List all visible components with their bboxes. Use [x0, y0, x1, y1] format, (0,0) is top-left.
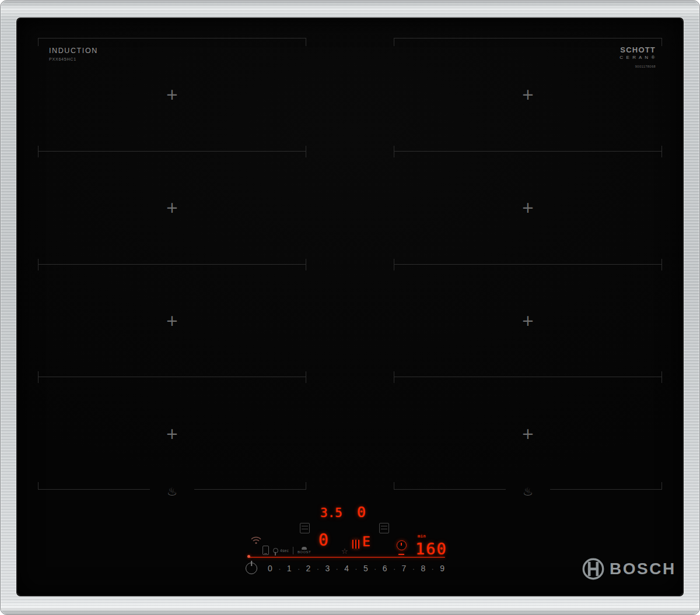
slider-level-8[interactable]: 8 [421, 564, 425, 573]
zone-corner-mark [394, 259, 394, 270]
slider-dot: · [393, 564, 396, 573]
induction-hob: INDUCTION PXX645HC1 SCHOTT C E R A N ® 9… [0, 0, 700, 615]
favourite-star-icon[interactable]: ☆ [341, 547, 348, 556]
zone-outline-segment [394, 489, 506, 490]
cooking-zone: + [394, 38, 662, 151]
slider-level-0[interactable]: 0 [268, 564, 272, 573]
lock-time-label: 4sec [280, 549, 289, 553]
cooking-zone: + [394, 377, 662, 490]
timer-dash-indicator [398, 554, 404, 555]
slider-level-7[interactable]: 7 [402, 564, 407, 573]
cooking-zone: + [38, 264, 306, 377]
timer-small-display: 3.5 [320, 507, 342, 519]
aux-function-keys: 4sec BOOST [262, 544, 311, 557]
key-lock-icon [273, 548, 278, 553]
zone-outline-segment [194, 489, 306, 490]
slider-level-1[interactable]: 1 [287, 564, 292, 573]
plus-marker: + [522, 313, 534, 328]
zone-corner-mark [662, 38, 662, 46]
zone-corner-mark [38, 371, 38, 383]
cooking-zone: + [394, 264, 662, 377]
pan-grill-icon [352, 540, 359, 549]
timer-main-display: 160 [415, 541, 447, 557]
slider-line-dot [247, 555, 250, 558]
zone-corner-mark [394, 146, 394, 157]
slider-level-6[interactable]: 6 [383, 564, 387, 573]
boost-key[interactable]: BOOST [298, 547, 311, 554]
clock-timer-icon[interactable] [397, 540, 407, 550]
zone-corner-mark [662, 146, 662, 157]
cooking-zone: + [38, 377, 306, 490]
slider-level-3[interactable]: 3 [325, 564, 330, 573]
divider [293, 547, 293, 554]
cooking-zone: + [38, 151, 306, 264]
power-button[interactable] [246, 563, 257, 574]
zone-outline-segment [38, 489, 150, 490]
timer-unit-label: min [418, 535, 426, 539]
slider-level-5[interactable]: 5 [363, 564, 368, 573]
wifi-icon [250, 535, 262, 544]
plus-marker: + [522, 426, 534, 441]
slider-dot: · [336, 564, 338, 573]
slider-dot: · [412, 564, 415, 573]
child-lock-key[interactable]: 4sec [273, 548, 289, 553]
zone-corner-mark [394, 371, 394, 383]
pan-move-indicator: E [352, 535, 370, 549]
slider-dot: · [298, 564, 300, 573]
zone-corner-mark [662, 371, 662, 383]
plus-marker: + [522, 87, 534, 102]
zone-level-display-left: 0 [318, 532, 328, 549]
steam-sensor-icon: ♨ [523, 486, 533, 497]
zone-corner-mark [306, 371, 306, 383]
remote-control-icon[interactable] [262, 546, 269, 555]
slider-dot: · [432, 564, 434, 573]
zone-corner-mark [306, 146, 306, 157]
zone-corner-mark [394, 38, 394, 46]
flex-zone-column-right: + + + + ♨ [394, 38, 662, 490]
slider-level-2[interactable]: 2 [306, 564, 311, 573]
zone-corner-mark [306, 38, 306, 46]
plus-marker: + [166, 313, 178, 328]
zone-corner-mark [306, 259, 306, 270]
slider-level-4[interactable]: 4 [344, 564, 349, 573]
zone-level-display-top: 0 [357, 505, 366, 519]
bosch-wordmark: BOSCH [610, 560, 676, 578]
slider-level-9[interactable]: 9 [440, 564, 444, 573]
steam-sensor-icon: ♨ [167, 486, 177, 497]
power-level-slider[interactable]: 0 · 1 · 2 · 3 · 4 · 5 · 6 · 7 · 8 · 9 [268, 564, 444, 573]
plus-marker: + [522, 200, 534, 215]
plus-marker: + [166, 426, 178, 441]
zone-corner-mark [38, 146, 38, 157]
boost-label: BOOST [298, 550, 311, 554]
slider-dot: · [317, 564, 319, 573]
pan-indicator-letter: E [362, 535, 370, 549]
slider-dot: · [374, 564, 376, 573]
boost-icon [302, 547, 307, 550]
flex-zone-column-left: + + + + ♨ [38, 38, 306, 490]
zone-outline-segment [550, 489, 662, 490]
slider-dot: · [355, 564, 357, 573]
zone-corner-mark [38, 259, 38, 270]
plus-marker: + [166, 200, 178, 215]
slider-active-line[interactable] [249, 557, 445, 558]
zone-corner-mark [38, 38, 38, 46]
cooking-zone: + [394, 151, 662, 264]
plus-marker: + [166, 87, 178, 102]
cooking-zone: + [38, 38, 306, 151]
slider-dot: · [278, 564, 281, 573]
flex-zone-select-right-icon[interactable] [379, 523, 389, 533]
flex-zone-select-left-icon[interactable] [300, 523, 310, 533]
zone-corner-mark [662, 259, 662, 270]
bosch-logo-icon [582, 558, 604, 580]
bosch-logo: BOSCH [582, 558, 676, 580]
